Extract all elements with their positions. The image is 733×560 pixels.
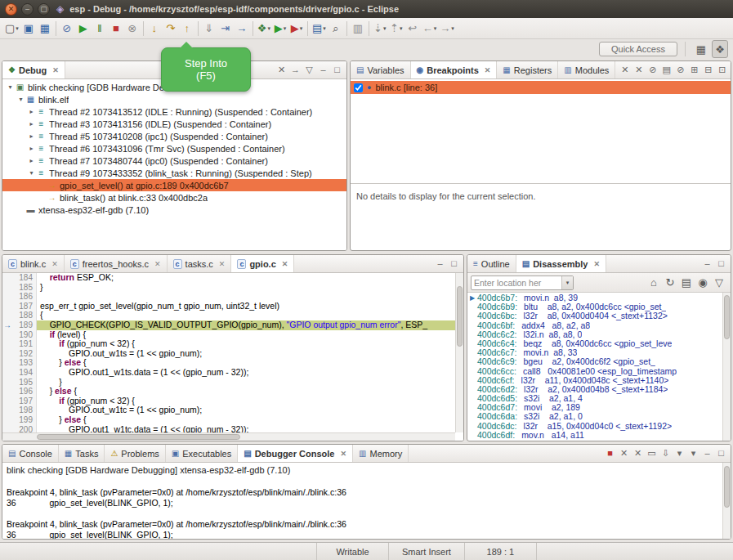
remove-launch-button[interactable]: ✕ (617, 446, 631, 461)
editor-line[interactable]: 192 GPIO.out_w1ts = (1 << gpio_num); (2, 349, 455, 359)
quick-access-button[interactable]: Quick Access (599, 42, 677, 56)
close-icon[interactable]: ✕ (154, 260, 161, 268)
location-input[interactable] (472, 276, 561, 289)
annotation-ruler[interactable] (2, 387, 12, 396)
editor-line[interactable]: 184 return ESP_OK; (2, 273, 455, 283)
maximize-button[interactable]: □ (447, 257, 461, 271)
minimize-button[interactable]: – (316, 63, 330, 78)
use-step-filters-button[interactable]: ⇥ (217, 20, 234, 38)
annotation-ruler[interactable] (2, 330, 12, 340)
skip-all-breakpoints-button[interactable]: ⊘ (59, 20, 75, 38)
editor-line[interactable]: 200 GPIO.out1_w1tc.data = (1 << (gpio_nu… (2, 425, 455, 433)
previous-annotation-button[interactable]: ⇡▾ (388, 20, 404, 38)
minimize-button[interactable]: – (700, 257, 714, 271)
last-edit-location-button[interactable]: ↩ (404, 20, 421, 38)
editor-line[interactable]: 187esp_err_t gpio_set_level(gpio_num_t g… (2, 302, 455, 311)
expander-open-icon[interactable]: ▾ (16, 96, 25, 103)
toggle-mark-occurrences-button[interactable]: ▥ (350, 20, 366, 38)
open-console-button[interactable]: ▾ (686, 446, 700, 461)
scrollbar-thumb[interactable] (457, 286, 463, 347)
tab-console[interactable]: ▤ Console (2, 445, 59, 462)
editor-line[interactable]: 197 if (gpio_num < 32) { (2, 396, 455, 406)
debug-tree-row[interactable]: →gpio_set_level() at gpio.c:189 0x400dc6… (2, 179, 346, 191)
remove-all-terminated-button[interactable]: ✕ (275, 63, 288, 78)
maximize-button[interactable]: □ (714, 257, 728, 271)
minimize-button[interactable]: – (700, 446, 714, 461)
debug-button[interactable]: ❖▾ (256, 20, 272, 38)
disassembly-line[interactable]: 400dc6da:s32i a2, a1, 0 (467, 412, 722, 421)
remove-selected-breakpoints-button[interactable]: ✕ (618, 63, 632, 78)
annotation-ruler[interactable] (2, 415, 12, 425)
tab-memory[interactable]: ▥ Memory (353, 445, 409, 462)
disassembly-line[interactable]: 400dc6bc:l32r a8, 0x400d0404 <_stext+113… (467, 311, 722, 320)
annotation-ruler[interactable] (2, 302, 12, 311)
open-perspective-button[interactable]: ▦ (693, 40, 709, 58)
annotation-ruler[interactable] (2, 273, 12, 283)
sync-selection-button[interactable]: ◉ (695, 274, 711, 292)
expander-open-icon[interactable]: ▾ (6, 83, 15, 91)
drop-to-frame-button[interactable]: ⇓ (201, 20, 217, 38)
minimize-button[interactable]: – (433, 257, 447, 271)
tab-debug[interactable]: ❖ Debug ✕ (2, 61, 65, 78)
link-with-debug-view-button[interactable]: ⊡ (715, 63, 729, 78)
save-button[interactable]: ▣ (20, 20, 37, 38)
home-button[interactable]: ⌂ (646, 274, 662, 292)
annotation-ruler[interactable] (2, 378, 12, 388)
remove-all-breakpoints-button[interactable]: ✕ (632, 63, 646, 78)
close-icon[interactable]: ✕ (340, 450, 346, 458)
editor-line[interactable]: 196 } else { (2, 387, 455, 396)
scroll-lock-button[interactable]: ⇩ (659, 446, 673, 461)
console-body[interactable]: blink checking [GDB Hardware Debugging] … (2, 463, 731, 539)
editor-line[interactable]: 198 GPIO.out_w1tc = (1 << gpio_num); (2, 405, 455, 415)
expander-open-icon[interactable]: ▾ (27, 169, 36, 177)
disassembly-body[interactable]: ▶400dc6b7:movi.n a8, 39400dc6b9:bltu a8,… (467, 293, 731, 441)
suspend-button[interactable]: ‖ (92, 20, 108, 38)
refresh-button[interactable]: ↻ (662, 274, 678, 292)
console-vertical-scrollbar[interactable] (722, 463, 731, 539)
editor-line[interactable]: 193 } else { (2, 358, 455, 368)
instruction-stepping-mode-button[interactable]: → (288, 63, 302, 78)
annotation-ruler[interactable] (2, 358, 12, 368)
tab-freertos-hooks-c[interactable]: c freertos_hooks.c ✕ (65, 255, 168, 272)
new-source-file-button[interactable]: ▤▾ (311, 20, 328, 38)
step-into-button[interactable]: ↓ (146, 20, 163, 38)
annotation-ruler[interactable] (2, 339, 12, 349)
go-to-file-for-breakpoint-button[interactable]: ▤ (659, 63, 673, 78)
editor-line[interactable]: 190 if (level) { (2, 330, 455, 340)
debug-tree-row[interactable]: ▾▦blink.elf (2, 93, 346, 105)
next-annotation-button[interactable]: ⇣▾ (372, 20, 388, 38)
editor-line[interactable]: 188{ (2, 311, 455, 320)
scrollbar-thumb[interactable] (37, 434, 240, 440)
run-button[interactable]: ▶▾ (272, 20, 288, 38)
editor-vertical-scrollbar[interactable] (455, 273, 463, 432)
close-icon[interactable]: ✕ (51, 260, 58, 268)
debug-tree-row[interactable]: ▸≡Thread #3 1073413156 (IDLE) (Suspended… (2, 118, 346, 130)
terminate-button[interactable]: ■ (603, 446, 617, 461)
tab-blink-c[interactable]: c blink.c ✕ (2, 255, 65, 272)
maximize-button[interactable]: ▢ (38, 3, 50, 16)
disassembly-line[interactable]: 400dc6c9:bgeu a2, 0x400dc6f2 <gpio_set_ (467, 357, 722, 366)
expander-closed-icon[interactable]: ▸ (27, 132, 36, 140)
debug-tree-row[interactable]: ▾≡Thread #9 1073433352 (blink_task : Run… (2, 167, 346, 179)
show-source-button[interactable]: ▤ (678, 274, 695, 292)
scrollbar-thumb[interactable] (724, 295, 730, 339)
new-button[interactable]: ▢▾ (3, 20, 20, 38)
debug-tree-row[interactable]: ▬xtensa-esp32-elf-gdb (7.10) (2, 204, 346, 216)
expander-closed-icon[interactable]: ▸ (27, 145, 36, 152)
tab-tasks-c[interactable]: c tasks.c ✕ (168, 255, 232, 272)
tab-gpio-c[interactable]: c gpio.c ✕ (231, 255, 294, 272)
annotation-ruler[interactable] (2, 311, 12, 320)
save-all-button[interactable]: ▦ (37, 20, 53, 38)
back-button[interactable]: ←▾ (421, 20, 439, 38)
step-over-button[interactable]: ↷ (163, 20, 179, 38)
annotation-ruler[interactable] (2, 292, 12, 302)
debug-perspective-button[interactable]: ❖ (712, 40, 728, 58)
terminate-button[interactable]: ■ (108, 20, 124, 38)
editor-horizontal-scrollbar[interactable] (2, 432, 455, 441)
view-menu-button[interactable]: ▽ (729, 63, 731, 78)
debug-tree-row[interactable]: ▸≡Thread #2 1073413512 (IDLE : Running) … (2, 105, 346, 118)
close-icon[interactable]: ✕ (52, 66, 59, 74)
close-icon[interactable]: ✕ (485, 66, 491, 74)
scrollbar-thumb[interactable] (724, 466, 730, 508)
maximize-button[interactable]: □ (714, 446, 728, 461)
